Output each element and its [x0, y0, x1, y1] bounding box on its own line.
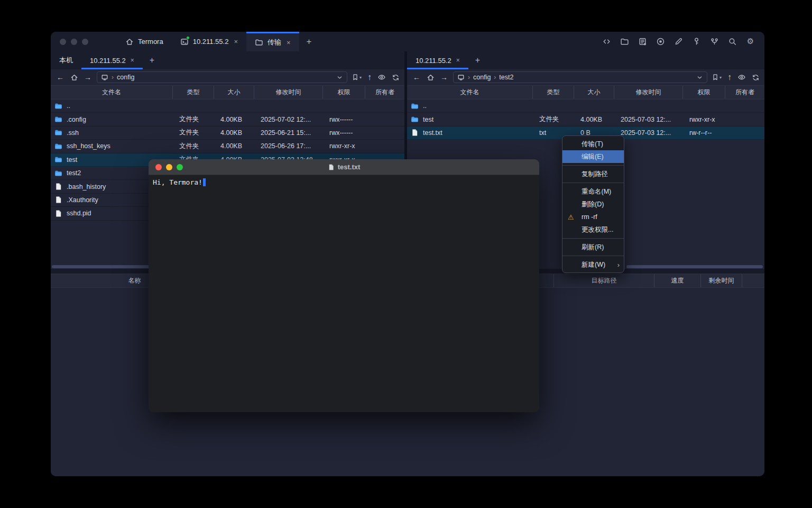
folder-icon	[411, 102, 419, 110]
tab-local[interactable]: 本机	[51, 51, 81, 69]
breadcrumb[interactable]: › config › test2	[453, 71, 707, 83]
key-icon[interactable]	[692, 37, 701, 46]
file-name: .bash_history	[67, 183, 106, 190]
menu-item[interactable]: ⚠ 删除(D) ›	[562, 198, 624, 211]
close-icon[interactable]: ×	[234, 38, 238, 46]
column-header-size[interactable]: 大小	[214, 86, 254, 99]
file-mtime: 2025-07-03 12:...	[614, 116, 683, 123]
breadcrumb-segment[interactable]: config	[473, 74, 491, 81]
refresh-icon[interactable]	[392, 74, 400, 81]
file-name-cell: test	[407, 115, 533, 123]
tab-remote-host[interactable]: 10.211.55.2 ×	[407, 51, 468, 69]
breadcrumb-segment[interactable]: config	[117, 74, 134, 81]
show-hidden-icon[interactable]	[377, 73, 386, 81]
search-icon[interactable]	[728, 37, 737, 46]
column-header-mtime[interactable]: 修改时间	[254, 86, 323, 99]
back-button[interactable]: ←	[56, 73, 65, 81]
forward-button[interactable]: →	[439, 73, 449, 81]
chevron-down-icon[interactable]	[336, 74, 343, 81]
menu-item[interactable]: ⚠ ›	[562, 180, 624, 185]
close-icon[interactable]: ×	[287, 39, 291, 47]
menu-item[interactable]: ⚠ ›	[562, 236, 624, 241]
warning-icon: ⚠	[568, 213, 574, 221]
zoom-window-button[interactable]	[82, 39, 88, 45]
chevron-down-icon[interactable]	[696, 74, 703, 81]
folder-icon[interactable]	[620, 37, 629, 46]
close-window-button[interactable]	[155, 164, 162, 170]
folder-icon	[54, 115, 62, 123]
back-button[interactable]: ←	[412, 73, 421, 81]
table-row[interactable]: .config 文件夹 4.00KB 2025-07-02 12:... rwx…	[51, 113, 404, 126]
pencil-icon[interactable]	[674, 37, 683, 46]
column-header-eta[interactable]: 剩余时间	[701, 274, 742, 287]
close-icon[interactable]: ×	[456, 57, 460, 64]
home-button[interactable]	[426, 74, 435, 81]
table-row[interactable]: ssh_host_keys 文件夹 4.00KB 2025-06-26 17:.…	[51, 140, 404, 153]
table-row[interactable]: ..	[407, 99, 764, 113]
close-window-button[interactable]	[60, 39, 66, 45]
breadcrumb-segment[interactable]: test2	[499, 74, 513, 81]
minimize-window-button[interactable]	[71, 39, 77, 45]
tab-remote-host[interactable]: 10.211.55.2 ×	[81, 51, 143, 69]
new-tab-button[interactable]: +	[299, 32, 319, 51]
table-row[interactable]: ..	[51, 99, 404, 113]
home-button[interactable]	[69, 74, 79, 81]
menu-item-label: 新建(W)	[582, 260, 605, 269]
menu-item[interactable]: ⚠ ›	[562, 253, 624, 258]
file-perm: rwx------	[323, 129, 365, 137]
menu-item[interactable]: ⚠ 编辑(E) ›	[562, 150, 624, 163]
horizontal-scrollbar[interactable]	[626, 265, 763, 268]
tab-host-session[interactable]: 10.211.55.2 ×	[172, 32, 246, 51]
column-header-type[interactable]: 类型	[533, 86, 574, 99]
file-type: 文件夹	[173, 115, 214, 124]
menu-item-label: 删除(D)	[582, 200, 604, 209]
menu-item[interactable]: ⚠ 新建(W) ›	[562, 258, 624, 271]
keychain-icon[interactable]	[710, 37, 719, 46]
left-table-header: 文件名 类型 大小 修改时间 权限 所有者	[51, 85, 404, 99]
menu-item[interactable]: ⚠ 刷新(R) ›	[562, 241, 624, 253]
editor-text: Hi, Termora!	[153, 178, 202, 186]
upload-icon[interactable]: ↑	[367, 72, 372, 82]
column-header-type[interactable]: 类型	[173, 86, 214, 99]
settings-icon[interactable]: ⚙	[746, 37, 755, 46]
editor-content[interactable]: Hi, Termora!	[149, 175, 539, 412]
close-icon[interactable]: ×	[131, 57, 134, 64]
minimize-window-button[interactable]	[166, 164, 172, 170]
file-perm: rwxr-xr-x	[683, 116, 725, 123]
column-header-owner[interactable]: 所有者	[725, 86, 764, 99]
show-hidden-icon[interactable]	[737, 73, 746, 81]
new-tab-button[interactable]: +	[143, 51, 161, 69]
column-header-mtime[interactable]: 修改时间	[614, 86, 683, 99]
bookmark-icon[interactable]: ▾	[712, 74, 722, 81]
log-icon[interactable]	[638, 37, 647, 46]
column-header-name[interactable]: 文件名	[51, 86, 173, 99]
editor-titlebar[interactable]: test.txt	[149, 159, 539, 175]
breadcrumb[interactable]: › config	[97, 71, 347, 83]
menu-item[interactable]: ⚠ 复制路径 ›	[562, 168, 624, 180]
menu-item[interactable]: ⚠ ›	[562, 163, 624, 168]
crumb-separator: ›	[494, 74, 496, 81]
refresh-icon[interactable]	[752, 74, 760, 81]
record-icon[interactable]	[656, 37, 665, 46]
upload-icon[interactable]: ↑	[727, 72, 732, 82]
bookmark-icon[interactable]: ▾	[352, 74, 362, 81]
column-header-perm[interactable]: 权限	[323, 86, 365, 99]
menu-item[interactable]: ⚠ 传输(T) ›	[562, 138, 624, 150]
tab-transfer[interactable]: 传输 ×	[246, 32, 299, 51]
column-header-perm[interactable]: 权限	[683, 86, 725, 99]
table-row[interactable]: test 文件夹 4.00KB 2025-07-03 12:... rwxr-x…	[407, 113, 764, 126]
tab-termora[interactable]: Termora	[117, 32, 172, 51]
column-header-owner[interactable]: 所有者	[365, 86, 404, 99]
column-header-size[interactable]: 大小	[574, 86, 614, 99]
menu-item[interactable]: ⚠ rm -rf ›	[562, 211, 624, 223]
forward-button[interactable]: →	[83, 73, 93, 81]
zoom-window-button[interactable]	[177, 164, 183, 170]
code-icon[interactable]	[602, 37, 611, 46]
column-header-speed[interactable]: 速度	[654, 274, 701, 287]
menu-item[interactable]: ⚠ 重命名(M) ›	[562, 185, 624, 198]
column-header-name[interactable]: 文件名	[407, 86, 533, 99]
new-tab-button[interactable]: +	[468, 51, 487, 69]
table-row[interactable]: .ssh 文件夹 4.00KB 2025-06-21 15:... rwx---…	[51, 126, 404, 140]
menu-item[interactable]: ⚠ 更改权限... ›	[562, 223, 624, 236]
column-header-dest-path[interactable]: 目标路径	[554, 274, 654, 287]
